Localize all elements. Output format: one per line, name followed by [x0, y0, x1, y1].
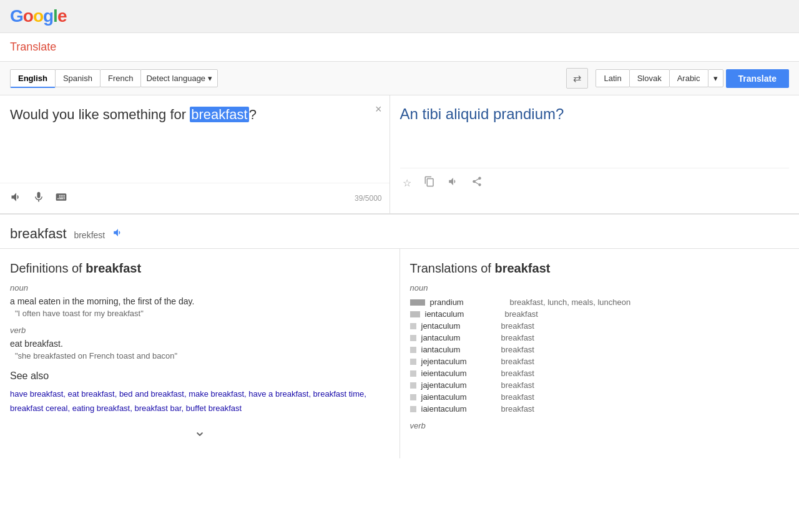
definitions-title: Definitions of breakfast [10, 261, 390, 276]
target-lang-latin[interactable]: Latin [596, 69, 629, 87]
target-panel: An tibi aliquid prandium? ☆ [390, 95, 800, 213]
target-lang-more[interactable]: ▾ [708, 69, 723, 87]
see-also-section: See also have breakfast, eat breakfast, … [10, 370, 390, 416]
verb-example: "she breakfasted on French toast and bac… [15, 351, 390, 360]
target-speaker-button[interactable] [445, 173, 461, 192]
word-speaker-button[interactable] [110, 225, 126, 243]
pos-verb-label: verb [10, 326, 390, 335]
translation-text: An tibi aliquid prandium? [400, 105, 790, 168]
translate-title: Translate [10, 41, 56, 53]
target-footer: ☆ [400, 168, 790, 197]
trans-word[interactable]: jentaculum [421, 321, 496, 331]
translations-list: prandiumbreakfast, lunch, meals, luncheo… [410, 297, 790, 414]
frequency-bar [410, 299, 425, 306]
trans-word[interactable]: jajentaculum [421, 380, 496, 390]
source-lang-english[interactable]: English [10, 69, 56, 88]
see-also-title: See also [10, 370, 390, 382]
frequency-bar [410, 311, 420, 317]
translation-row: ieientaculumbreakfast [410, 369, 790, 378]
source-lang-spanish[interactable]: Spanish [55, 69, 100, 87]
trans-meanings: breakfast [501, 380, 534, 390]
word-header: breakfast brekfest [0, 215, 799, 249]
trans-meanings: breakfast [501, 333, 534, 342]
translations-title: Translations of breakfast [410, 261, 790, 276]
show-more-area: ⌄ [10, 416, 390, 446]
header: Google [0, 0, 799, 33]
verb-entry: verb eat breakfast. "she breakfasted on … [10, 326, 390, 360]
trans-meanings: breakfast [501, 345, 534, 354]
translations-panel: Translations of breakfast noun prandiumb… [400, 249, 800, 458]
trans-pos-verb: verb [410, 421, 790, 430]
frequency-bar [410, 359, 416, 365]
trans-word[interactable]: ientaculum [425, 309, 500, 319]
trans-word[interactable]: iantaculum [421, 345, 496, 354]
source-text[interactable]: Would you like something for breakfast? [0, 95, 390, 183]
source-lang-french[interactable]: French [100, 69, 141, 87]
source-text-before: Would you like something for [10, 107, 190, 122]
frequency-bar [410, 382, 416, 389]
translation-row: iaientaculumbreakfast [410, 404, 790, 414]
trans-pos-noun: noun [410, 283, 790, 293]
share-button[interactable] [469, 173, 485, 192]
noun-example: "I often have toast for my breakfast" [15, 309, 390, 318]
swap-languages-button[interactable]: ⇄ [566, 68, 588, 89]
noun-entry: noun a meal eaten in the morning, the fi… [10, 283, 390, 318]
target-lang-arabic[interactable]: Arabic [669, 69, 708, 87]
chevron-down-icon[interactable]: ⌄ [194, 422, 206, 440]
frequency-bar [410, 335, 416, 341]
translation-row: jajentaculumbreakfast [410, 380, 790, 390]
noun-definition: a meal eaten in the morning, the first o… [10, 296, 390, 306]
translation-row: jaientaculumbreakfast [410, 392, 790, 402]
translate-title-bar: Translate [0, 33, 799, 62]
trans-word[interactable]: jaientaculum [421, 392, 496, 402]
trans-meanings: breakfast [501, 392, 534, 402]
clear-source-button[interactable]: × [375, 103, 382, 116]
phonetic: brekfest [74, 230, 105, 240]
translation-row: ientaculumbreakfast [410, 309, 790, 319]
trans-word[interactable]: jejentaculum [421, 357, 496, 366]
source-text-after: ? [249, 107, 257, 122]
trans-word[interactable]: ieientaculum [421, 369, 496, 378]
source-panel: Would you like something for breakfast? … [0, 95, 390, 213]
source-footer: 39/5000 [0, 183, 390, 213]
trans-word[interactable]: prandium [430, 297, 505, 307]
source-speaker-button[interactable] [7, 188, 25, 208]
source-text-highlighted: breakfast [190, 107, 249, 122]
target-lang-slovak[interactable]: Slovak [629, 69, 670, 87]
verb-definition: eat breakfast. [10, 339, 390, 349]
translation-area: Would you like something for breakfast? … [0, 95, 799, 214]
dictionary-word: breakfast [10, 226, 67, 241]
pos-noun-label: noun [10, 283, 390, 293]
source-lang-detect[interactable]: Detect language ▾ [140, 69, 217, 87]
trans-meanings: breakfast [501, 404, 534, 414]
frequency-bar [410, 347, 416, 353]
copy-button[interactable] [421, 173, 438, 192]
definitions-panel: Definitions of breakfast noun a meal eat… [0, 249, 400, 458]
trans-word[interactable]: jantaculum [421, 333, 496, 342]
language-bar: English Spanish French Detect language ▾… [0, 62, 799, 95]
trans-meanings: breakfast [501, 321, 534, 331]
dictionary-section: Definitions of breakfast noun a meal eat… [0, 249, 799, 458]
trans-meanings: breakfast [501, 357, 534, 366]
char-count: 39/5000 [355, 194, 381, 203]
trans-meanings: breakfast [501, 369, 534, 378]
translation-row: iantaculumbreakfast [410, 345, 790, 354]
frequency-bar [410, 323, 416, 329]
see-also-links[interactable]: have breakfast, eat breakfast, bed and b… [10, 387, 390, 416]
google-logo: Google [10, 6, 789, 26]
translation-row: jentaculumbreakfast [410, 321, 790, 331]
trans-meanings: breakfast [505, 309, 538, 319]
source-mic-button[interactable] [30, 188, 47, 208]
target-lang-selector: Latin Slovak Arabic ▾ Translate [596, 69, 789, 88]
source-keyboard-button[interactable] [52, 188, 70, 208]
translate-button[interactable]: Translate [726, 69, 789, 88]
trans-meanings: breakfast, lunch, meals, luncheon [510, 297, 631, 307]
frequency-bar [410, 406, 416, 412]
trans-word[interactable]: iaientaculum [421, 404, 496, 414]
translation-row: jantaculumbreakfast [410, 333, 790, 342]
translation-row: jejentaculumbreakfast [410, 357, 790, 366]
translation-row: prandiumbreakfast, lunch, meals, luncheo… [410, 297, 790, 307]
frequency-bar [410, 370, 416, 377]
star-button[interactable]: ☆ [400, 175, 414, 191]
source-lang-selector: English Spanish French Detect language ▾ [10, 69, 559, 88]
